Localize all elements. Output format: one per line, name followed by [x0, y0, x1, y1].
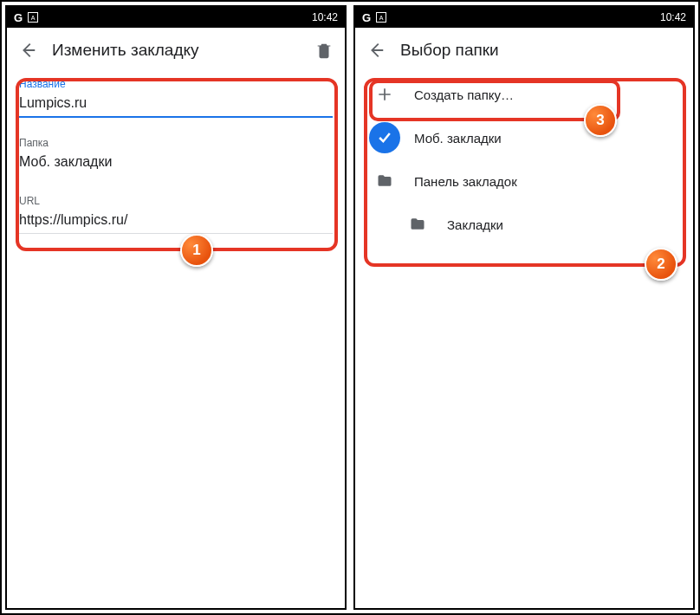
check-icon: [369, 122, 400, 153]
phone-select-folder: G A 10:42 Выбор папки Создать папку…: [353, 5, 695, 610]
folder-bar[interactable]: Панель закладок: [364, 159, 684, 203]
url-label: URL: [19, 195, 333, 207]
app-bar: Выбор папки: [355, 28, 693, 73]
folder-label: Панель закладок: [414, 174, 517, 189]
app-bar: Изменить закладку: [7, 28, 345, 73]
name-label: Название: [19, 78, 333, 90]
status-bar: G A 10:42: [355, 7, 693, 28]
google-icon: G: [362, 11, 371, 24]
folder-icon: [402, 209, 433, 240]
back-icon[interactable]: [364, 38, 388, 62]
delete-icon[interactable]: [312, 38, 336, 62]
clock: 10:42: [312, 11, 338, 23]
page-title: Выбор папки: [400, 41, 684, 60]
folder-label: Моб. закладки: [414, 131, 502, 146]
app-icon: A: [376, 12, 386, 23]
back-icon[interactable]: [16, 38, 40, 62]
clock: 10:42: [660, 11, 686, 23]
plus-icon: [369, 79, 400, 110]
folder-icon: [369, 165, 400, 197]
app-icon: A: [28, 12, 38, 23]
url-input[interactable]: [19, 210, 333, 234]
status-bar: G A 10:42: [7, 7, 345, 28]
folder-mobile[interactable]: Моб. закладки: [364, 116, 684, 159]
badge-2: 2: [645, 248, 677, 281]
name-input[interactable]: [19, 94, 333, 118]
folder-bookmarks[interactable]: Закладки: [364, 203, 684, 246]
folder-label: Закладки: [447, 217, 503, 232]
google-icon: G: [14, 11, 23, 24]
new-folder-label: Создать папку…: [414, 87, 514, 102]
folder-value[interactable]: Моб. закладки: [19, 152, 333, 176]
page-title: Изменить закладку: [52, 41, 300, 60]
new-folder-row[interactable]: Создать папку…: [364, 73, 684, 116]
folder-label: Папка: [19, 137, 333, 149]
phone-edit-bookmark: G A 10:42 Изменить закладку Название Пап…: [5, 5, 347, 610]
